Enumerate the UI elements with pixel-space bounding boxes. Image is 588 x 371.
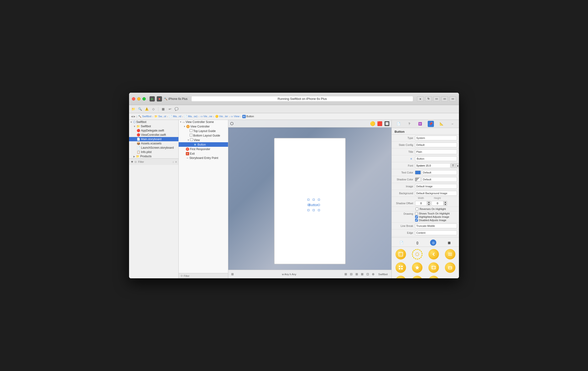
bc-vie-ler[interactable]: 🟡 Vie...ler xyxy=(215,115,228,118)
nav-swiftbot-root[interactable]: ▼ ⬡ Swiftbot xyxy=(129,120,178,124)
shows-touch-checkbox[interactable] xyxy=(415,212,418,215)
edge-select[interactable]: Content xyxy=(415,231,457,235)
image-select[interactable]: Default Image xyxy=(415,184,457,189)
nav-infoplist[interactable]: 📋 Info.plist xyxy=(129,150,178,154)
editor-history-button[interactable]: ↻ xyxy=(425,96,432,101)
pin-btn[interactable]: ⊠ xyxy=(360,272,365,276)
play-button[interactable]: ▶ xyxy=(150,96,155,101)
canvas-icon-3[interactable]: 🔲 xyxy=(384,121,389,126)
text-color-select[interactable]: Default xyxy=(422,170,457,175)
constraint-btn[interactable]: ⊞ xyxy=(355,272,359,276)
text-color-swatch[interactable] xyxy=(415,170,421,174)
table-btn[interactable]: ▦ xyxy=(160,106,166,112)
canvas-icon-2[interactable]: 🟥 xyxy=(377,121,382,126)
nav-appdelegate[interactable]: 🔴 AppDelegate.swift xyxy=(129,129,178,133)
debug-toggle-button[interactable]: ▭ xyxy=(441,96,448,101)
shadow-height-up[interactable]: ▲ xyxy=(444,201,447,203)
align-btn[interactable]: ⊡ xyxy=(366,272,370,276)
type-select[interactable]: System xyxy=(415,136,457,140)
inspector-file-btn[interactable]: 📄 xyxy=(396,121,402,127)
bc-swiftbot[interactable]: 🔨 Swiftbot xyxy=(138,115,151,118)
more-btn[interactable]: ≡ xyxy=(175,160,177,163)
highlighted-adjusts-checkbox[interactable] xyxy=(415,215,418,218)
expand-btn[interactable]: ⊞ xyxy=(230,272,235,276)
font-stepper-up[interactable]: ▲ xyxy=(456,163,459,168)
obj-lib-item-9[interactable] xyxy=(393,274,409,278)
scene-button[interactable]: ▶ B Button xyxy=(179,142,228,147)
shadow-width-down[interactable]: ▼ xyxy=(427,203,430,206)
obj-lib-item-3[interactable] xyxy=(426,248,441,261)
background-select[interactable]: Default Background Image xyxy=(415,191,457,196)
bc-view[interactable]: ▭ View xyxy=(231,115,240,118)
inspector-attribute-btn[interactable]: 📌 xyxy=(428,121,434,127)
nav-main-storyboard[interactable]: 📄 Main.storyboard xyxy=(129,137,178,141)
diamond-btn[interactable]: ◇ xyxy=(150,106,156,112)
minimize-button[interactable] xyxy=(137,97,140,100)
canvas-nav-icon[interactable]: ⬡ xyxy=(230,121,233,126)
bc-button[interactable]: B Button xyxy=(242,115,254,118)
scene-vc-scene[interactable]: ▼ ▭ View Controller Scene xyxy=(179,120,228,124)
editor-standard-button[interactable]: ≡ xyxy=(417,96,424,101)
sort-btn[interactable]: ↕ xyxy=(172,160,174,163)
line-break-select[interactable]: Truncate Middle xyxy=(415,223,457,228)
resolve-btn[interactable]: ⊛ xyxy=(371,272,376,276)
canvas-area[interactable]: ⬡ 🟡 🟥 🔲 xyxy=(228,120,391,278)
inspector-identity-btn[interactable]: 🆔 xyxy=(417,121,423,127)
canvas-icon-1[interactable]: 🟡 xyxy=(370,121,375,126)
obj-lib-item-1[interactable] xyxy=(393,248,409,261)
add-btn[interactable]: + xyxy=(410,157,412,160)
shadow-color-swatch[interactable] xyxy=(415,178,421,181)
scene-bottom-layout[interactable]: ▶ Bottom Layout Guide xyxy=(179,133,228,138)
bc-vie-ne[interactable]: ▭ Vie...ne xyxy=(200,115,212,118)
stop-button[interactable]: ■ xyxy=(157,96,162,101)
search-btn[interactable]: 🔍 xyxy=(137,106,143,112)
jump-btn[interactable]: ↩ xyxy=(167,106,173,112)
scene-view[interactable]: ▼ View xyxy=(179,138,228,142)
inspector-size-btn[interactable]: 📐 xyxy=(438,121,445,127)
shadow-width-stepper[interactable]: ▲ ▼ xyxy=(427,201,430,206)
scene-filter-input[interactable] xyxy=(184,274,226,277)
close-button[interactable] xyxy=(132,97,135,100)
bc-ma-se[interactable]: 📄 Ma...se) xyxy=(184,115,198,118)
fullscreen-button[interactable] xyxy=(142,97,146,100)
navigator-toggle-button[interactable]: ▭ xyxy=(433,96,440,101)
obj-lib-item-8[interactable] xyxy=(442,261,458,274)
nav-viewcontroller[interactable]: 🔴 ViewController.swift xyxy=(129,133,178,137)
shadow-color-select[interactable]: Default xyxy=(422,177,457,182)
navigator-folder-btn[interactable]: 📁 xyxy=(130,106,136,112)
reverses-on-highlight-checkbox[interactable] xyxy=(416,208,418,211)
nav-assets[interactable]: 📦 Assets.xcassets xyxy=(129,141,178,146)
obj-lib-item-12[interactable]: Label xyxy=(442,274,458,278)
bc-sw-ot[interactable]: 📁 Sw...ot xyxy=(154,115,166,118)
title-select[interactable]: Plain xyxy=(415,150,457,154)
shadow-height-input[interactable] xyxy=(431,201,443,206)
file-filter-input[interactable] xyxy=(138,160,171,163)
scene-exit[interactable]: ▶ E Exit xyxy=(179,151,228,156)
font-input[interactable] xyxy=(415,163,450,168)
shadow-height-down[interactable]: ▼ xyxy=(444,203,447,206)
nav-swiftbot-group[interactable]: ▼ 📁 Swiftbot xyxy=(129,124,178,129)
shadow-height-stepper[interactable]: ▲ ▼ xyxy=(444,201,447,206)
disabled-adjusts-checkbox[interactable] xyxy=(415,219,418,221)
button-text-input[interactable] xyxy=(415,156,457,161)
inspector-help-btn[interactable]: ? xyxy=(406,121,412,127)
scene-top-layout[interactable]: ▶ Top Layout Guide xyxy=(179,129,228,133)
obj-lib-item-2[interactable] xyxy=(409,248,425,261)
device-name[interactable]: iPhone 6s Plus xyxy=(168,97,188,100)
add-file-btn[interactable]: + xyxy=(131,160,133,164)
state-config-select[interactable]: Default xyxy=(415,142,457,147)
insp-circle-btn[interactable]: ◎ xyxy=(430,240,436,246)
device-selector[interactable]: 🔨 iPhone 6s Plus xyxy=(164,97,188,100)
font-T-btn[interactable]: T xyxy=(451,163,455,168)
insp-doc-btn[interactable]: 📄 xyxy=(398,240,405,246)
bc-ma-rd[interactable]: 📄 Ma...rd xyxy=(169,115,181,118)
nav-products[interactable]: ▶ 📁 Products xyxy=(129,154,178,159)
warning-btn[interactable]: ⚠️ xyxy=(144,106,150,112)
vary-height-btn[interactable]: ⊟ xyxy=(349,272,354,276)
inspector-connection-btn[interactable]: → xyxy=(449,121,455,127)
obj-lib-item-10[interactable] xyxy=(409,274,425,278)
scene-first-responder[interactable]: ▶ F First Responder xyxy=(179,147,228,151)
shadow-width-up[interactable]: ▲ xyxy=(427,201,430,203)
obj-lib-item-4[interactable] xyxy=(442,248,458,261)
shadow-width-input[interactable] xyxy=(415,201,427,206)
